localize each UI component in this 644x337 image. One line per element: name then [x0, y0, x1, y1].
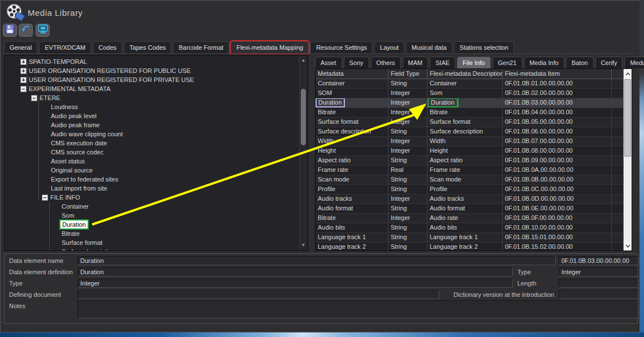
table-row[interactable]: Audio formatStringAudio format0F.01.0B.0… [315, 204, 623, 214]
tree-item-audio-peak-frame[interactable]: Audio peak frame [5, 120, 298, 129]
mapping-tab-cerify[interactable]: Cerify [595, 57, 623, 68]
length-field[interactable] [559, 279, 638, 288]
table-scrollbar[interactable] [623, 69, 632, 250]
table-row[interactable]: Language track 1StringLanguage track 10F… [315, 233, 623, 243]
tree-item-spatio-temporal[interactable]: +SPATIO-TEMPORAL [5, 57, 298, 66]
tree-item-audio-peak-level[interactable]: Audio peak level [5, 111, 298, 120]
tree-item-etere[interactable]: −ETERE [5, 93, 298, 102]
table-row[interactable]: Frame rateRealFrame rate0F.01.0B.0A.00.0… [315, 166, 623, 175]
table-row[interactable]: Scan modeStringScan mode0F.01.0B.0B.00.0… [315, 175, 623, 185]
mapping-tab-media-info[interactable]: Media Info [524, 57, 564, 68]
main-tab-musical-data[interactable]: Musical data [406, 41, 452, 53]
table-row[interactable]: HeightIntegerHeight0F.01.0B.08.00.00.00.… [315, 146, 623, 156]
mapping-tab-others[interactable]: Others [371, 57, 401, 68]
table-row[interactable]: Surface formatIntegerSurface format0F.01… [315, 118, 623, 127]
tree-item-cms-source-codec[interactable]: CMS source codec [5, 148, 298, 157]
collapse-icon[interactable]: − [42, 195, 48, 201]
tree-item-last-import-from-site[interactable]: Last import from site [5, 184, 298, 193]
column-header-flexi-metadata-description[interactable]: Flexi-metadata Description [427, 69, 503, 79]
table-row[interactable]: Audio tracksIntegerAudio tracks0F.01.0B.… [315, 195, 623, 204]
table-row[interactable]: DurationIntegerDuration0F.01.0B.03.00.00… [315, 98, 623, 108]
table-row[interactable]: Aspect ratioStringAspect ratio0F.01.0B.0… [315, 156, 623, 166]
data-element-definition-field[interactable]: Duration [77, 267, 513, 276]
tree-item-audio-wave-clipping-count[interactable]: Audio wave clipping count [5, 129, 298, 139]
tree-scrollbar[interactable]: ▲ ▼ [299, 56, 307, 250]
table-cell-text: Height [318, 147, 336, 154]
table-row[interactable]: WidthIntegerWidth0F.01.0B.07.00.00.00.00 [315, 137, 623, 146]
scroll-down-icon[interactable] [624, 241, 632, 250]
side-type-field[interactable]: Integer [559, 267, 638, 276]
scroll-down-icon[interactable]: ▼ [300, 242, 307, 249]
tree-connector [38, 98, 39, 200]
table-row[interactable]: BitrateIntegerBitrate0F.01.0B.04.00.00.0… [315, 108, 623, 118]
data-element-name-label: Data element name [9, 257, 63, 264]
expand-icon[interactable]: + [20, 59, 27, 65]
table-cell-filler [612, 185, 624, 195]
collapse-icon[interactable]: − [31, 95, 37, 101]
table-cell-filler [612, 146, 624, 156]
dictionary-version-field[interactable] [559, 290, 638, 299]
scrollbar-thumb[interactable] [624, 79, 631, 157]
collapse-icon[interactable]: − [20, 86, 27, 92]
column-header-field-type[interactable]: Field Type [388, 69, 427, 79]
table-row[interactable]: Audio bitsStringAudio bits0F.01.0B.10.00… [315, 223, 623, 233]
mapping-tab-medusa[interactable]: Medusa [624, 57, 644, 68]
scroll-up-icon[interactable]: ▲ [300, 57, 307, 64]
mapping-tab-siae[interactable]: SIAE [430, 57, 455, 68]
mapping-tab-sony[interactable]: Sony [344, 57, 369, 68]
flexi-item-field[interactable]: 0F.01.0B.03.00.00.00.00 [559, 256, 638, 265]
scrollbar-thumb[interactable] [301, 89, 306, 145]
column-header-metadata[interactable]: Metadata [315, 69, 388, 79]
defining-document-label: Defining document [9, 291, 61, 298]
tree-item-original-source[interactable]: Original source [5, 166, 298, 175]
main-tab-stations-selection[interactable]: Stations selection [454, 41, 514, 53]
table-cell-text: String [391, 128, 407, 135]
main-tab-barcode-format[interactable]: Barcode Format [173, 41, 229, 53]
tree-item-asset-status[interactable]: Asset status [5, 157, 298, 166]
table-cell: Integer [388, 98, 427, 108]
scroll-up-icon[interactable] [624, 69, 632, 79]
expand-icon[interactable]: + [20, 77, 27, 83]
mapping-tab-mam[interactable]: MAM [403, 57, 429, 68]
mapping-tab-asset[interactable]: Asset [315, 57, 342, 68]
table-row[interactable]: SOMIntegerSom0F.01.0B.02.00.00.00.00 [315, 89, 623, 98]
tree-item-file-info[interactable]: −FILE INFO [5, 193, 298, 202]
table-cell: Integer [388, 108, 427, 118]
table-row[interactable]: ContainerStringContainer0F.01.0B.01.00.0… [315, 79, 623, 89]
table-row[interactable]: ProfileStringProfile0F.01.0B.0C.00.00.00… [315, 185, 623, 195]
monitor-button[interactable] [36, 24, 50, 37]
data-element-name-field[interactable]: Duration [77, 256, 556, 265]
table-row[interactable]: Surface descriptionStringSurface descrip… [315, 127, 623, 137]
tree-item-cms-execution-date[interactable]: CMS execution date [5, 139, 298, 148]
tree-item-loudness[interactable]: Loudness [5, 102, 298, 111]
tree-item-export-to-federated-sites[interactable]: Export to federated sites [5, 175, 298, 184]
main-tab-codes[interactable]: Codes [93, 41, 122, 53]
main-tab-tapes-codes[interactable]: Tapes Codes [124, 41, 171, 53]
notes-field[interactable] [77, 300, 638, 318]
mapping-tab-gen21[interactable]: Gen21 [492, 57, 522, 68]
type-field[interactable]: Integer [77, 279, 513, 288]
main-tab-evtr-xdcam[interactable]: EVTR/XDCAM [39, 41, 91, 53]
main-tab-resource-settings[interactable]: Resource Settings [310, 41, 373, 53]
tree-item-experimental-metadata[interactable]: −EXPERIMENTAL METADATA [5, 84, 298, 93]
main-tab-general[interactable]: General [4, 41, 37, 53]
save-button[interactable] [3, 24, 17, 37]
mapping-tab-baton[interactable]: Baton [566, 57, 594, 68]
expand-icon[interactable]: + [20, 68, 27, 74]
main-tab-layout[interactable]: Layout [374, 41, 404, 53]
main-tab-flexi-metadata-mapping[interactable]: Flexi-metadata Mapping [231, 41, 309, 53]
table-row[interactable]: BitrateIntegerAudio rate0F.01.0B.0F.00.0… [315, 214, 623, 223]
tree-item-user-organisation-registered-for-private-use[interactable]: +USER ORGANISATION REGISTERED FOR PRIVAT… [5, 75, 298, 84]
tree-item-label: CMS source codec [51, 148, 103, 156]
table-row[interactable]: Language track 2StringLanguage track 20F… [315, 243, 623, 251]
table-cell: String [388, 185, 427, 195]
table-cell: Integer [388, 118, 427, 127]
table-cell: String [388, 243, 427, 251]
tree-item-label: ETERE [40, 94, 60, 102]
column-header-flexi-metadata-item[interactable]: Flexi-metadata Item [503, 69, 612, 79]
table-cell-text: Bitrate [318, 109, 336, 115]
mapping-tab-file-info[interactable]: File Info [457, 57, 490, 68]
tree-item-user-organisation-registered-for-public-use[interactable]: +USER ORGANISATION REGISTERED FOR PUBLIC… [5, 66, 298, 75]
table-cell-text: String [391, 185, 407, 192]
undo-button[interactable] [19, 24, 33, 37]
